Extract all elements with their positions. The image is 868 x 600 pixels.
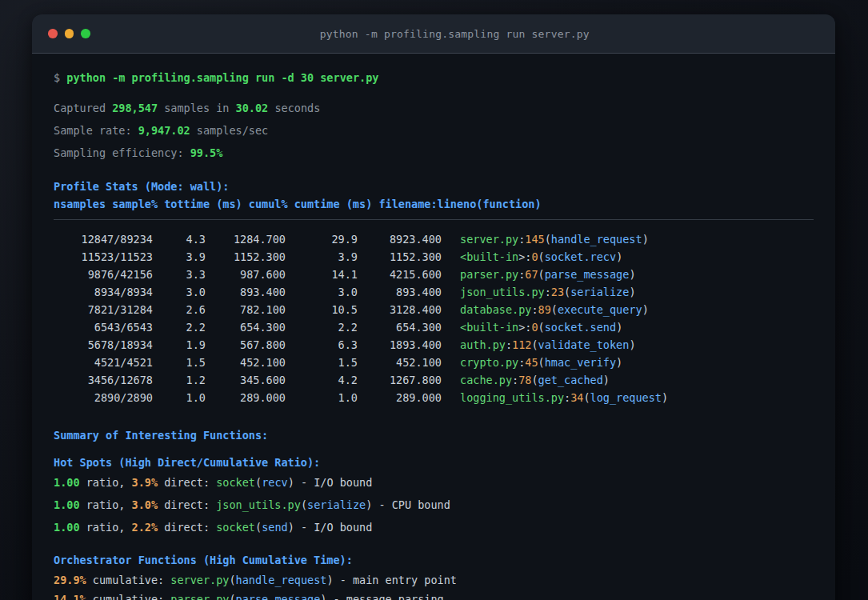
terminal-output: $ python -m profiling.sampling run -d 30… <box>32 54 835 600</box>
direct-pct-value: 3.9% <box>132 476 158 489</box>
role-note: - message parsing <box>326 593 443 600</box>
direct-pct-value: 2.2% <box>132 521 158 534</box>
function-name: serialize <box>307 498 366 511</box>
cumul-pct-cell: 4.2 <box>286 371 358 389</box>
cumul-pct-cell: 1.5 <box>286 354 358 371</box>
hot-spots-list: 1.00 ratio, 3.9% direct: socket(recv) - … <box>54 474 814 536</box>
filename: server.py <box>460 233 518 246</box>
profile-table: 12847/892344.31284.70029.98923.400server… <box>54 230 814 406</box>
cumulative-pct-value: 14.1% <box>54 593 86 600</box>
profile-row: 6543/65432.2654.3002.2654.300<built-in>:… <box>54 318 814 336</box>
close-button[interactable] <box>48 29 58 38</box>
sample-rate-suffix: samples/sec <box>190 124 269 137</box>
location-cell: server.py:145(handle_request) <box>442 230 649 248</box>
filename: parser.py <box>460 268 518 281</box>
target-name: server.py <box>170 574 229 586</box>
filename: auth.py <box>460 338 506 351</box>
profile-row: 3456/126781.2345.6004.21267.800cache.py:… <box>54 371 814 389</box>
filename: crypto.py <box>460 356 518 369</box>
sample-pct-cell: 3.9 <box>153 248 206 266</box>
profile-row: 7821/312842.6782.10010.53128.400database… <box>54 301 814 318</box>
tottime-cell: 782.100 <box>206 301 286 318</box>
summary-heading: Summary of Interesting Functions: <box>54 426 814 444</box>
cumul-pct-cell: 10.5 <box>286 301 358 318</box>
tottime-cell: 345.600 <box>206 371 286 389</box>
tottime-cell: 987.600 <box>206 266 286 283</box>
cumtime-cell: 452.100 <box>358 354 442 371</box>
profile-row: 8934/89343.0893.4003.0893.400json_utils.… <box>54 283 814 301</box>
efficiency-label: Sampling efficiency: <box>54 146 190 159</box>
bound-note: - I/O bound <box>294 521 373 534</box>
function-name: send <box>262 521 288 534</box>
profile-columns-header: nsamples sample% tottime (ms) cumul% cum… <box>54 195 814 213</box>
captured-label: Captured <box>54 102 112 114</box>
line-number: 23 <box>551 286 564 298</box>
cumtime-cell: 893.400 <box>358 283 442 301</box>
cumtime-cell: 3128.400 <box>358 301 442 318</box>
hot-spot-line: 1.00 ratio, 2.2% direct: socket(send) - … <box>54 518 814 536</box>
location-cell: parser.py:67(parse_message) <box>442 266 636 283</box>
cumul-pct-cell: 1.0 <box>286 389 358 406</box>
orchestrator-line: 29.9% cumulative: server.py(handle_reque… <box>54 571 814 589</box>
tottime-cell: 1152.300 <box>206 248 286 266</box>
location-cell: database.py:89(execute_query) <box>442 301 649 318</box>
profile-row: 2890/28901.0289.0001.0289.000logging_uti… <box>54 389 814 406</box>
minimize-button[interactable] <box>65 29 74 38</box>
tottime-cell: 654.300 <box>206 318 286 336</box>
location-cell: logging_utils.py:34(log_request) <box>442 389 668 406</box>
line-number: 45 <box>525 356 538 369</box>
filename: database.py <box>460 303 531 316</box>
tottime-cell: 289.000 <box>206 389 286 406</box>
traffic-lights <box>48 29 90 38</box>
nsamples-cell: 12847/89234 <box>54 230 153 248</box>
profile-stats-heading: Profile Stats (Mode: wall): <box>54 178 814 195</box>
window-title: python -m profiling.sampling run server.… <box>90 28 820 40</box>
location-cell: <built-in>:0(socket.recv) <box>442 248 622 266</box>
cumtime-cell: 1152.300 <box>358 248 442 266</box>
efficiency-value: 99.5% <box>190 146 223 159</box>
function-name: execute_query <box>558 303 642 316</box>
sample-pct-cell: 1.5 <box>153 354 206 371</box>
function-name: hmac_verify <box>545 356 616 369</box>
function-name: parse_message <box>545 268 630 281</box>
sample-rate-line: Sample rate: 9,947.02 samples/sec <box>54 122 814 139</box>
role-note: - main entry point <box>334 574 457 586</box>
nsamples-cell: 5678/18934 <box>54 336 153 354</box>
orchestrators-heading: Orchestrator Functions (High Cumulative … <box>54 551 814 569</box>
zoom-button[interactable] <box>81 29 90 38</box>
captured-mid-label: samples in <box>158 102 236 114</box>
nsamples-cell: 4521/4521 <box>54 354 153 371</box>
tottime-cell: 1284.700 <box>206 230 286 248</box>
line-number: 67 <box>525 268 538 281</box>
sample-pct-cell: 2.6 <box>153 301 206 318</box>
target-name: json_utils.py <box>216 498 301 511</box>
direct-pct-value: 3.0% <box>132 498 158 511</box>
function-name: serialize <box>570 286 629 298</box>
cumtime-cell: 1267.800 <box>358 371 442 389</box>
function-name: socket.send <box>545 321 616 334</box>
sample-pct-cell: 4.3 <box>153 230 206 248</box>
hot-spot-line: 1.00 ratio, 3.9% direct: socket(recv) - … <box>54 474 814 491</box>
cumtime-cell: 1893.400 <box>358 336 442 354</box>
nsamples-cell: 9876/42156 <box>54 266 153 283</box>
line-number: 0 <box>531 321 538 334</box>
captured-seconds-value: 30.02 <box>236 102 269 114</box>
profile-row: 5678/189341.9567.8006.31893.400auth.py:1… <box>54 336 814 354</box>
location-cell: json_utils.py:23(serialize) <box>442 283 636 301</box>
command-text: python -m profiling.sampling run -d 30 s… <box>66 71 378 84</box>
line-number: 89 <box>538 303 551 316</box>
cumul-pct-cell: 6.3 <box>286 336 358 354</box>
filename: logging_utils.py <box>460 391 564 404</box>
profile-row: 9876/421563.3987.60014.14215.600parser.p… <box>54 266 814 283</box>
shell-prompt: $ <box>54 71 66 84</box>
function-name: validate_token <box>538 338 630 351</box>
cumul-pct-cell: 14.1 <box>286 266 358 283</box>
nsamples-cell: 2890/2890 <box>54 389 153 406</box>
cumul-pct-cell: 2.2 <box>286 318 358 336</box>
function-name: log_request <box>590 391 662 404</box>
bound-note: - I/O bound <box>294 476 373 489</box>
orchestrators-list: 29.9% cumulative: server.py(handle_reque… <box>54 571 814 600</box>
location-cell: crypto.py:45(hmac_verify) <box>442 354 622 371</box>
function-name: handle_request <box>551 233 642 246</box>
profile-row: 11523/115233.91152.3003.91152.300<built-… <box>54 248 814 266</box>
